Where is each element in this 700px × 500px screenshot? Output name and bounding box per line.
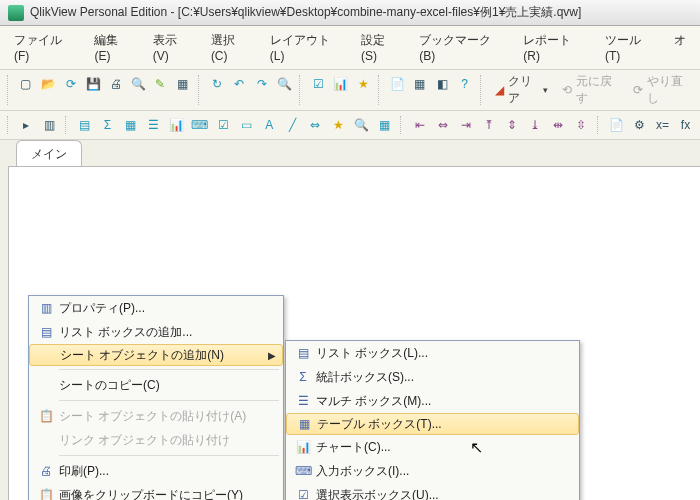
layout-icon[interactable]: ▦ (173, 73, 193, 95)
sub-selectdisplay[interactable]: ☑選択表示ボックス(U)... (286, 483, 579, 500)
align-middle-icon[interactable]: ⇕ (501, 114, 522, 136)
menu-select[interactable]: 選択(C) (203, 28, 258, 67)
ctx-add-listbox[interactable]: ▤リスト ボックスの追加... (29, 320, 283, 344)
reload-icon[interactable]: ↻ (207, 73, 227, 95)
ctx-print[interactable]: 🖨印刷(P)... (29, 459, 283, 483)
container-icon[interactable]: ▦ (374, 114, 395, 136)
chart-add-icon[interactable]: 📊 (166, 114, 187, 136)
undo-layout-icon[interactable]: ↶ (229, 73, 249, 95)
new-icon[interactable]: ▢ (16, 73, 36, 95)
button-icon[interactable]: ▭ (236, 114, 257, 136)
bookmark-icon[interactable]: ★ (353, 73, 373, 95)
stat-icon: Σ (290, 370, 316, 384)
menu-truncated[interactable]: オ (666, 28, 694, 67)
search-obj-icon[interactable]: 🔍 (351, 114, 372, 136)
toolbar-1: ▢ 📂 ⟳ 💾 🖨 🔍 ✎ ▦ ↻ ↶ ↷ 🔍 ☑ 📊 ★ 📄 ▦ ◧ ? ◢ク… (0, 70, 700, 111)
bookmark-add-icon[interactable]: ★ (328, 114, 349, 136)
slider-icon[interactable]: ⇔ (305, 114, 326, 136)
multibox-icon[interactable]: ☰ (143, 114, 164, 136)
add-sheet-icon[interactable]: ▸ (16, 114, 37, 136)
align-center-icon[interactable]: ⇔ (432, 114, 453, 136)
window-title: QlikView Personal Edition - [C:¥Users¥ql… (30, 4, 581, 21)
sub-chart[interactable]: 📊チャート(C)... (286, 435, 579, 459)
sub-listbox[interactable]: ▤リスト ボックス(L)... (286, 341, 579, 365)
align-left-icon[interactable]: ⇤ (409, 114, 430, 136)
clear-button[interactable]: ◢クリア▾ (489, 73, 554, 107)
dist-h-icon[interactable]: ⇹ (548, 114, 569, 136)
ctx-add-sheet-object[interactable]: シート オブジェクトの追加(N)▶ (29, 344, 283, 366)
object-icon[interactable]: ◧ (432, 73, 452, 95)
separator (597, 116, 601, 134)
grip-icon (7, 116, 11, 134)
grip-icon (7, 75, 11, 105)
menu-view[interactable]: 表示(V) (145, 28, 199, 67)
sub-tablebox[interactable]: ▦テーブル ボックス(T)... (286, 413, 579, 435)
sub-multibox[interactable]: ☰マルチ ボックス(M)... (286, 389, 579, 413)
submenu-add-object: ▤リスト ボックス(L)... Σ統計ボックス(S)... ☰マルチ ボックス(… (285, 340, 580, 500)
sub-inputbox[interactable]: ⌨入力ボックス(I)... (286, 459, 579, 483)
ctx-properties[interactable]: ▥プロパティ(P)... (29, 296, 283, 320)
ctx-paste-sheet-obj: 📋シート オブジェクトの貼り付け(A) (29, 404, 283, 428)
chart-icon: 📊 (290, 440, 316, 454)
undo-button[interactable]: ⟲元に戻す (556, 73, 625, 107)
redo-layout-icon[interactable]: ↷ (252, 73, 272, 95)
work-area: メイン ▥プロパティ(P)... ▤リスト ボックスの追加... シート オブジ… (0, 140, 700, 500)
menu-bar: ファイル(F) 編集(E) 表示(V) 選択(C) レイアウト(L) 設定(S)… (0, 26, 700, 70)
doc-icon[interactable]: 📄 (387, 73, 407, 95)
input-icon[interactable]: ⌨ (189, 114, 210, 136)
dist-v-icon[interactable]: ⇳ (571, 114, 592, 136)
align-top-icon[interactable]: ⤒ (478, 114, 499, 136)
listbox-icon: ▤ (33, 325, 59, 339)
submenu-arrow-icon: ▶ (268, 350, 276, 361)
table-icon[interactable]: ▦ (410, 73, 430, 95)
tab-main[interactable]: メイン (16, 140, 82, 168)
paste-icon: 📋 (33, 409, 59, 423)
refresh-icon[interactable]: ⟳ (61, 73, 81, 95)
input-icon: ⌨ (290, 464, 316, 478)
print-icon[interactable]: 🖨 (105, 73, 125, 95)
doc-props-icon[interactable]: 📄 (606, 114, 627, 136)
vars-icon[interactable]: x= (652, 114, 673, 136)
redo-button[interactable]: ⟳やり直し (627, 73, 696, 107)
align-bottom-icon[interactable]: ⤓ (525, 114, 546, 136)
help-icon[interactable]: ? (454, 73, 474, 95)
currentsel-icon[interactable]: ☑ (212, 114, 233, 136)
expr-icon[interactable]: fx (675, 114, 696, 136)
context-menu-sheet: ▥プロパティ(P)... ▤リスト ボックスの追加... シート オブジェクトの… (28, 295, 284, 500)
statbox-icon[interactable]: Σ (97, 114, 118, 136)
listbox-icon[interactable]: ▤ (74, 114, 95, 136)
menu-settings[interactable]: 設定(S) (353, 28, 407, 67)
user-prefs-icon[interactable]: ⚙ (629, 114, 650, 136)
menu-bookmark[interactable]: ブックマーク(B) (411, 28, 511, 67)
open-icon[interactable]: 📂 (38, 73, 58, 95)
menu-edit[interactable]: 編集(E) (86, 28, 140, 67)
search-icon[interactable]: 🔍 (274, 73, 294, 95)
menu-layout[interactable]: レイアウト(L) (262, 28, 349, 67)
properties-icon: ▥ (33, 301, 59, 315)
listbox-icon: ▤ (290, 346, 316, 360)
sheet-props-icon[interactable]: ▥ (39, 114, 60, 136)
multibox-icon: ☰ (290, 394, 316, 408)
edit-icon[interactable]: ✎ (150, 73, 170, 95)
line-icon[interactable]: ╱ (282, 114, 303, 136)
menu-tools[interactable]: ツール(T) (597, 28, 662, 67)
save-icon[interactable]: 💾 (83, 73, 103, 95)
sub-statbox[interactable]: Σ統計ボックス(S)... (286, 365, 579, 389)
toolbar-2: ▸ ▥ ▤ Σ ▦ ☰ 📊 ⌨ ☑ ▭ A ╱ ⇔ ★ 🔍 ▦ ⇤ ⇔ ⇥ ⤒ … (0, 111, 700, 140)
menu-file[interactable]: ファイル(F) (6, 28, 82, 67)
ctx-paste-link-obj: リンク オブジェクトの貼り付け (29, 428, 283, 452)
align-right-icon[interactable]: ⇥ (455, 114, 476, 136)
chart-icon[interactable]: 📊 (331, 73, 351, 95)
ctx-copy-sheet[interactable]: シートのコピー(C) (29, 373, 283, 397)
undo-label: 元に戻す (576, 73, 619, 107)
menu-report[interactable]: レポート(R) (515, 28, 593, 67)
text-icon[interactable]: A (259, 114, 280, 136)
separator (59, 369, 279, 370)
tablebox-icon[interactable]: ▦ (120, 114, 141, 136)
title-bar: QlikView Personal Edition - [C:¥Users¥ql… (0, 0, 700, 26)
selections-icon[interactable]: ☑ (308, 73, 328, 95)
preview-icon[interactable]: 🔍 (128, 73, 148, 95)
separator (65, 116, 69, 134)
ctx-copy-image[interactable]: 📋画像をクリップボードにコピー(Y) (29, 483, 283, 500)
separator (400, 116, 404, 134)
